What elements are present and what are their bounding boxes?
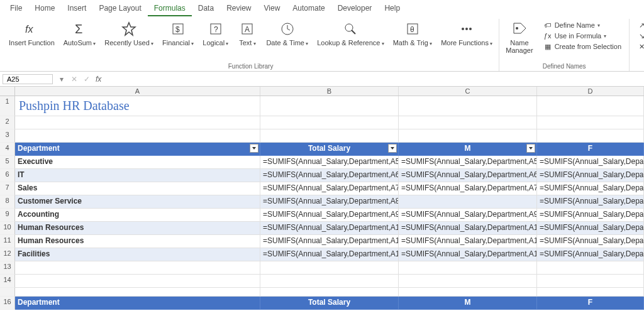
tab-developer[interactable]: Developer bbox=[331, 1, 379, 16]
tab-page-layout[interactable]: Page Layout bbox=[92, 1, 147, 16]
cell[interactable] bbox=[399, 275, 537, 288]
name-manager-button[interactable]: Name Manager bbox=[502, 19, 536, 55]
cell[interactable] bbox=[399, 288, 537, 297]
cell-department[interactable]: IT bbox=[15, 169, 260, 182]
cell[interactable] bbox=[537, 275, 644, 288]
cell[interactable] bbox=[399, 96, 537, 116]
remove-arrows-button[interactable]: ✕Remove Arrows▾ bbox=[635, 41, 644, 52]
create-from-selection-button[interactable]: ▦Create from Selection bbox=[541, 41, 624, 52]
cell[interactable] bbox=[15, 116, 260, 129]
insert-function-button[interactable]: fx Insert Function bbox=[5, 19, 58, 48]
recently-used-button[interactable]: Recently Used ▾ bbox=[101, 19, 157, 49]
cell[interactable] bbox=[260, 261, 399, 275]
row-header[interactable]: 5 bbox=[0, 156, 15, 169]
row-header[interactable]: 1 bbox=[0, 96, 15, 116]
row-header[interactable]: 4 bbox=[0, 143, 15, 156]
col-header-a[interactable]: A bbox=[15, 87, 260, 96]
use-in-formula-button[interactable]: ƒxUse in Formula▾ bbox=[541, 31, 624, 41]
logical-button[interactable]: ? Logical ▾ bbox=[199, 19, 232, 49]
cell-formula[interactable] bbox=[399, 195, 537, 209]
cell-formula[interactable]: =SUMIFS(Annual_Salary,Department,A10,Ge bbox=[399, 222, 537, 235]
title-cell[interactable]: Pushpin HR Database bbox=[15, 96, 260, 116]
cell-formula[interactable]: =SUMIFS(Annual_Salary,Department,A6,Ge bbox=[399, 169, 537, 182]
tab-insert[interactable]: Insert bbox=[61, 1, 92, 16]
filter-arrow-icon[interactable] bbox=[526, 144, 535, 153]
cell[interactable] bbox=[15, 275, 260, 288]
trace-dependents-button[interactable]: ↘Trace Dependents bbox=[635, 31, 644, 41]
row-header[interactable]: 16 bbox=[0, 297, 15, 310]
cell[interactable] bbox=[15, 129, 260, 143]
cell-formula[interactable]: =SUMIFS(Annual_Salary,Department,A7) bbox=[260, 182, 399, 195]
filter-arrow-icon[interactable] bbox=[388, 144, 397, 153]
table-header-department-2[interactable]: Department bbox=[15, 297, 260, 310]
row-header[interactable]: 14 bbox=[0, 275, 15, 288]
lookup-reference-button[interactable]: Lookup & Reference ▾ bbox=[313, 19, 388, 49]
cell[interactable] bbox=[260, 129, 399, 143]
cell-department[interactable]: Facilities bbox=[15, 248, 260, 261]
cell-formula[interactable]: =SUMIFS(Annual_Salary,Department,A9,Ge bbox=[399, 209, 537, 222]
cell-formula[interactable]: =SUMIFS(Annual_Salary,Departm bbox=[537, 248, 644, 261]
cell[interactable] bbox=[537, 288, 644, 297]
cell-formula[interactable]: =SUMIFS(Annual_Salary,Departm bbox=[537, 209, 644, 222]
row-header[interactable]: 7 bbox=[0, 182, 15, 195]
cell[interactable] bbox=[537, 261, 644, 275]
financial-button[interactable]: $ Financial ▾ bbox=[158, 19, 197, 49]
cell-department[interactable]: Human Resources bbox=[15, 235, 260, 248]
name-box-dropdown[interactable]: ▾ bbox=[55, 75, 68, 84]
cell[interactable] bbox=[399, 129, 537, 143]
cell-formula[interactable]: =SUMIFS(Annual_Salary,Department,A6) bbox=[260, 169, 399, 182]
tab-file[interactable]: File bbox=[4, 1, 28, 16]
tab-view[interactable]: View bbox=[258, 1, 287, 16]
col-header-d[interactable]: D bbox=[537, 87, 644, 96]
cell-formula[interactable]: =SUMIFS(Annual_Salary,Departm bbox=[537, 235, 644, 248]
cell-formula[interactable]: =SUMIFS(Annual_Salary,Department,A12) bbox=[260, 248, 399, 261]
cell[interactable] bbox=[399, 116, 537, 129]
cell[interactable] bbox=[260, 288, 399, 297]
cell-formula[interactable]: =SUMIFS(Annual_Salary,Department,A5,Ge bbox=[399, 156, 537, 169]
cell[interactable] bbox=[260, 116, 399, 129]
cell[interactable] bbox=[537, 129, 644, 143]
trace-precedents-button[interactable]: ↗Trace Precedents bbox=[635, 20, 644, 30]
accept-formula-button[interactable]: ✓ bbox=[80, 75, 93, 84]
tab-help[interactable]: Help bbox=[378, 1, 406, 16]
select-all-corner[interactable] bbox=[0, 87, 15, 96]
cell[interactable] bbox=[15, 288, 260, 297]
row-header[interactable]: 8 bbox=[0, 195, 15, 209]
cell-formula[interactable]: =SUMIFS(Annual_Salary,Department,A8) bbox=[260, 195, 399, 209]
row-header[interactable]: 6 bbox=[0, 169, 15, 182]
row-header[interactable]: 11 bbox=[0, 235, 15, 248]
tab-automate[interactable]: Automate bbox=[286, 1, 331, 16]
row-header[interactable]: 13 bbox=[0, 261, 15, 275]
tab-home[interactable]: Home bbox=[28, 1, 61, 16]
cell-formula[interactable]: =SUMIFS(Annual_Salary,Department,A10) bbox=[260, 222, 399, 235]
tab-data[interactable]: Data bbox=[192, 1, 220, 16]
cell-formula[interactable]: =SUMIFS(Annual_Salary,Departm bbox=[537, 169, 644, 182]
cell-department[interactable]: Executive bbox=[15, 156, 260, 169]
cell-formula[interactable]: =SUMIFS(Annual_Salary,Department,A5) bbox=[260, 156, 399, 169]
cell[interactable] bbox=[260, 96, 399, 116]
cell[interactable] bbox=[399, 261, 537, 275]
cell-formula[interactable]: =SUMIFS(Annual_Salary,Department,A11) bbox=[260, 235, 399, 248]
cell-department[interactable]: Accounting bbox=[15, 209, 260, 222]
cell-formula[interactable]: =SUMIFS(Annual_Salary,Department,A7,Ge bbox=[399, 182, 537, 195]
row-header[interactable]: 9 bbox=[0, 209, 15, 222]
date-time-button[interactable]: Date & Time ▾ bbox=[262, 19, 312, 49]
cell[interactable] bbox=[260, 275, 399, 288]
more-functions-button[interactable]: More Functions ▾ bbox=[437, 19, 496, 49]
table-header-m-2[interactable]: M bbox=[399, 297, 537, 310]
cell[interactable] bbox=[15, 261, 260, 275]
text-button[interactable]: A Text ▾ bbox=[233, 19, 261, 49]
table-header-total-2[interactable]: Total Salary bbox=[260, 297, 399, 310]
cell-department[interactable]: Human Resources bbox=[15, 222, 260, 235]
table-header-m[interactable]: M bbox=[399, 143, 537, 156]
cell-formula[interactable]: =SUMIFS(Annual_Salary,Department,A9) bbox=[260, 209, 399, 222]
cell-formula[interactable]: =SUMIFS(Annual_Salary,Departm bbox=[537, 156, 644, 169]
autosum-button[interactable]: Σ AutoSum ▾ bbox=[60, 19, 99, 49]
row-header[interactable] bbox=[0, 288, 15, 297]
cell-department[interactable]: Sales bbox=[15, 182, 260, 195]
formula-input[interactable] bbox=[104, 75, 644, 84]
fx-label[interactable]: fx bbox=[93, 75, 104, 84]
table-header-f-2[interactable]: F bbox=[537, 297, 644, 310]
cell-formula[interactable]: =SUMIFS(Annual_Salary,Department,A11,Ge bbox=[399, 235, 537, 248]
math-trig-button[interactable]: θ Math & Trig ▾ bbox=[389, 19, 436, 49]
